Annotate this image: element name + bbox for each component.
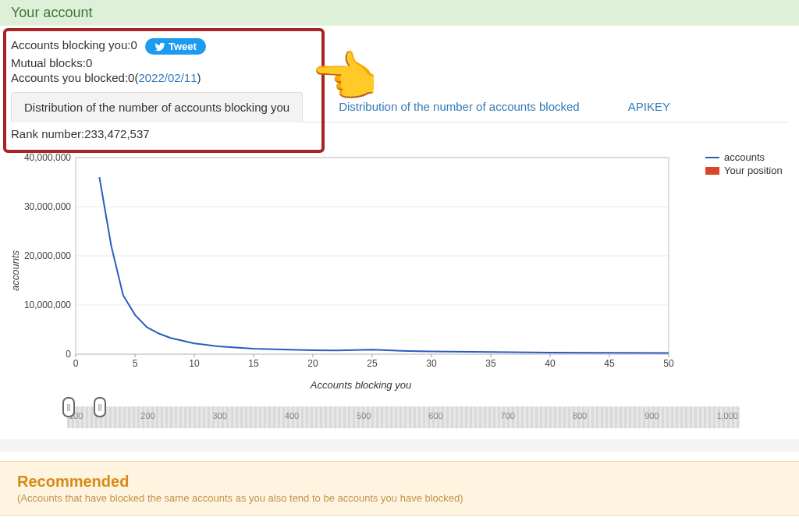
range-slider[interactable]: 1002003004005006007008009001,000 || || bbox=[67, 395, 740, 433]
tab-label: APIKEY bbox=[628, 100, 670, 113]
svg-text:40: 40 bbox=[545, 358, 556, 369]
tabs: Distribution of the number of accounts b… bbox=[11, 92, 788, 122]
recommended-title: Recommended bbox=[17, 473, 782, 491]
tweet-button[interactable]: Tweet bbox=[145, 38, 206, 55]
pointing-hand-icon: 👉 bbox=[312, 45, 380, 109]
tab-apikey[interactable]: APIKEY bbox=[616, 92, 683, 122]
svg-text:5: 5 bbox=[133, 358, 138, 369]
svg-text:45: 45 bbox=[604, 358, 615, 369]
svg-text:20: 20 bbox=[307, 358, 318, 369]
svg-text:10,000,000: 10,000,000 bbox=[24, 300, 71, 310]
legend-swatch-box bbox=[705, 167, 719, 175]
legend-accounts: accounts bbox=[724, 151, 765, 163]
mutual-value: 0 bbox=[86, 56, 92, 69]
svg-text:35: 35 bbox=[485, 358, 496, 369]
blocking-you-value: 0 bbox=[130, 38, 137, 51]
distribution-chart: 010,000,00020,000,00030,000,00040,000,00… bbox=[21, 150, 676, 376]
divider-band bbox=[0, 439, 799, 452]
legend-your-position: Your position bbox=[724, 165, 783, 176]
recommended-panel: Recommended (Accounts that have blocked … bbox=[0, 461, 799, 516]
svg-text:50: 50 bbox=[663, 358, 674, 369]
twitter-icon bbox=[154, 41, 165, 52]
svg-text:0: 0 bbox=[73, 358, 79, 369]
chart-legend: accounts Your position bbox=[701, 150, 783, 391]
tweet-button-label: Tweet bbox=[169, 41, 197, 52]
chart-area: accounts 010,000,00020,000,00030,000,000… bbox=[0, 142, 799, 391]
chart-ylabel: accounts bbox=[5, 150, 21, 391]
range-ticks: 1002003004005006007008009001,000 bbox=[67, 411, 740, 420]
svg-text:20,000,000: 20,000,000 bbox=[24, 250, 71, 261]
account-info: Accounts blocking you:0 Tweet Mutual blo… bbox=[0, 26, 799, 140]
mutual-label: Mutual blocks: bbox=[11, 56, 86, 69]
account-banner-title: Your account bbox=[11, 5, 92, 20]
account-banner: Your account bbox=[0, 0, 799, 26]
range-handle-left[interactable]: || bbox=[62, 397, 75, 417]
svg-text:25: 25 bbox=[367, 358, 378, 369]
blocking-you-label: Accounts blocking you: bbox=[11, 38, 130, 51]
chart-xlabel: Accounts blocking you bbox=[21, 379, 701, 391]
recommended-subtitle: (Accounts that have blocked the same acc… bbox=[17, 492, 782, 504]
you-blocked-value: 0 bbox=[128, 71, 134, 84]
tab-label: Distribution of the number of accounts b… bbox=[24, 101, 289, 114]
svg-text:30,000,000: 30,000,000 bbox=[24, 201, 71, 212]
svg-text:30: 30 bbox=[426, 358, 437, 369]
svg-text:15: 15 bbox=[248, 358, 259, 369]
you-blocked-date[interactable]: 2022/02/11 bbox=[138, 71, 197, 84]
tab-blocking-distribution[interactable]: Distribution of the number of accounts b… bbox=[11, 92, 303, 122]
you-blocked-label: Accounts you blocked: bbox=[11, 71, 128, 84]
range-handle-right[interactable]: || bbox=[94, 397, 106, 417]
legend-swatch-line bbox=[705, 157, 719, 158]
svg-text:40,000,000: 40,000,000 bbox=[24, 152, 71, 163]
svg-text:0: 0 bbox=[66, 349, 71, 360]
rank-value: 233,472,537 bbox=[84, 127, 149, 140]
rank-label: Rank number: bbox=[11, 127, 84, 140]
svg-text:10: 10 bbox=[189, 358, 200, 369]
